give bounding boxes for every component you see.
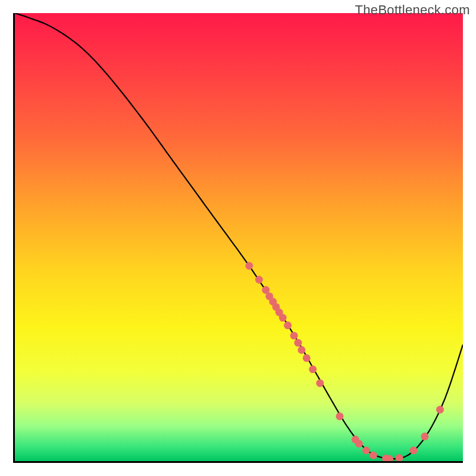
data-point-marker	[396, 454, 403, 461]
data-point-marker	[336, 412, 343, 420]
markers-group	[245, 262, 444, 461]
data-point-marker	[362, 446, 370, 454]
data-point-marker	[436, 406, 444, 414]
data-point-marker	[421, 433, 428, 440]
data-point-marker	[284, 321, 292, 329]
chart-stage: TheBottleneck.com	[0, 0, 476, 476]
data-point-marker	[369, 452, 377, 459]
data-point-marker	[316, 380, 324, 387]
data-point-marker	[290, 332, 298, 340]
data-point-marker	[303, 354, 311, 362]
chart-svg	[15, 13, 463, 461]
plot-area	[13, 13, 463, 463]
data-point-marker	[298, 346, 305, 354]
data-point-marker	[410, 446, 418, 454]
data-point-marker	[245, 262, 253, 270]
bottleneck-curve	[15, 13, 463, 459]
data-point-marker	[309, 365, 317, 373]
data-point-marker	[279, 314, 287, 322]
data-point-marker	[294, 339, 302, 347]
data-point-marker	[355, 440, 363, 447]
watermark-text: TheBottleneck.com	[355, 2, 470, 18]
data-point-marker	[255, 276, 263, 284]
